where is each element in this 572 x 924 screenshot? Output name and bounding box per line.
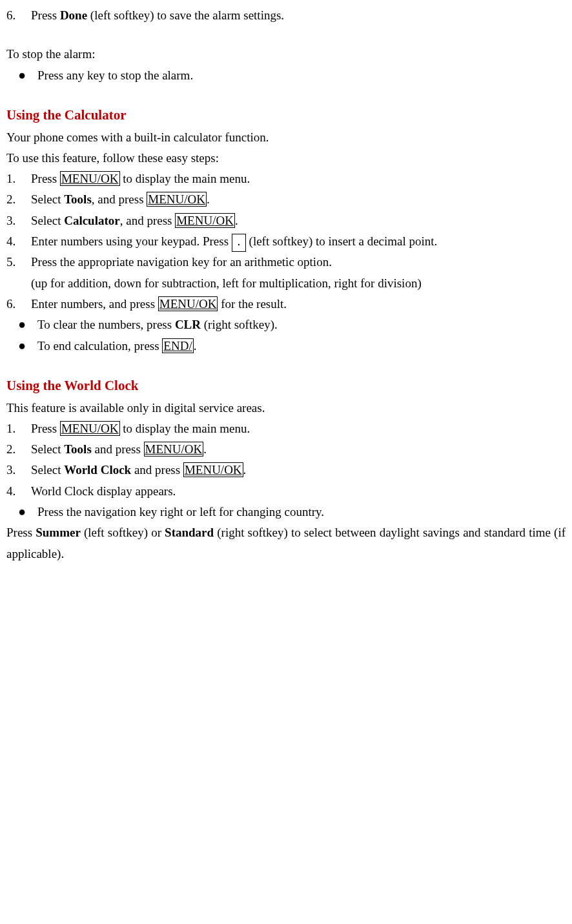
text: (left softkey) to insert a decimal point… (249, 234, 438, 248)
text: . (235, 214, 238, 227)
stop-alarm-intro: To stop the alarm: (6, 44, 566, 65)
world-intro: This feature is available only in digita… (6, 398, 566, 418)
menu-ok-key: MENU/OK (60, 421, 120, 436)
step-number: 2. (6, 439, 31, 460)
calculator-label: Calculator (64, 214, 120, 227)
heading-world-clock: Using the World Clock (6, 375, 566, 398)
end-key: END/ (162, 338, 193, 353)
world-step-1: 1. Press MENU/OK to display the main men… (6, 418, 566, 439)
menu-ok-key: MENU/OK (144, 442, 204, 457)
bullet-text: To end calculation, press END/. (37, 336, 566, 356)
text: and press (92, 442, 144, 456)
text: Enter numbers using your keypad. Press (31, 234, 232, 248)
text: (left softkey) or (81, 526, 165, 539)
step-body: World Clock display appears. (31, 481, 566, 502)
clr-label: CLR (175, 318, 201, 331)
step-number: 4. (6, 481, 31, 502)
menu-ok-key: MENU/OK (158, 296, 218, 311)
world-step-4: 4. World Clock display appears. (6, 481, 566, 502)
dot-key: . (232, 234, 246, 252)
heading-calculator: Using the Calculator (6, 104, 566, 127)
calc-step-6: 6. Enter numbers, and press MENU/OK for … (6, 294, 566, 314)
bullet-text: Press the navigation key right or left f… (37, 502, 566, 522)
world-bullet-nav: ● Press the navigation key right or left… (6, 502, 566, 522)
calc-intro-2: To use this feature, follow these easy s… (6, 148, 566, 169)
step-6: 6. Press Done (left softkey) to save the… (6, 5, 566, 26)
tools-label: Tools (64, 442, 92, 456)
step-number: 2. (6, 189, 31, 210)
text: . (203, 442, 207, 456)
text: for the result. (218, 297, 287, 311)
text: Press (31, 422, 60, 435)
menu-ok-key: MENU/OK (183, 462, 243, 477)
text: . (194, 339, 197, 353)
step-body: Press MENU/OK to display the main menu. (31, 169, 566, 189)
tools-label: Tools (64, 192, 92, 206)
bullet-icon: ● (6, 314, 37, 335)
calc-step-3: 3. Select Calculator, and press MENU/OK. (6, 210, 566, 231)
calc-step-1: 1. Press MENU/OK to display the main men… (6, 169, 566, 189)
step-body: Select World Clock and press MENU/OK. (31, 460, 566, 480)
calc-bullet-end: ● To end calculation, press END/. (6, 336, 566, 356)
text: Press (31, 8, 60, 22)
step-body: Select Tools, and press MENU/OK. (31, 189, 566, 210)
text: Enter numbers, and press (31, 297, 158, 311)
text: and press (131, 463, 183, 477)
calc-step-2: 2. Select Tools, and press MENU/OK. (6, 189, 566, 210)
text: Select (31, 192, 64, 206)
step-body: Select Tools and press MENU/OK. (31, 439, 566, 460)
step-number: 4. (6, 231, 31, 252)
step-number: 1. (6, 418, 31, 439)
step-body: Press MENU/OK to display the main menu. (31, 418, 566, 439)
text: To end calculation, press (37, 339, 162, 353)
text: to display the main menu. (120, 172, 250, 185)
done-label: Done (60, 8, 87, 22)
text: . (207, 192, 210, 206)
text: Press (31, 172, 60, 185)
text: Select (31, 463, 64, 477)
bullet-icon: ● (6, 65, 37, 86)
bullet-text: Press any key to stop the alarm. (37, 65, 566, 86)
step-number: 6. (6, 5, 31, 26)
summer-label: Summer (36, 526, 81, 539)
step-body: Press Done (left softkey) to save the al… (31, 5, 566, 26)
bullet-text: To clear the numbers, press CLR (right s… (37, 314, 566, 335)
menu-ok-key: MENU/OK (60, 171, 120, 186)
calc-step-5-note: (up for addition, down for subtraction, … (6, 273, 566, 294)
world-step-3: 3. Select World Clock and press MENU/OK. (6, 460, 566, 480)
calc-step-4: 4. Enter numbers using your keypad. Pres… (6, 231, 566, 252)
world-clock-label: World Clock (64, 463, 131, 477)
text: Press (6, 526, 36, 539)
calc-bullet-clear: ● To clear the numbers, press CLR (right… (6, 314, 566, 335)
step-number: 3. (6, 210, 31, 231)
text: , and press (120, 214, 175, 227)
world-final-paragraph: Press Summer (left softkey) or Standard … (6, 522, 566, 564)
bullet-icon: ● (6, 502, 37, 522)
calc-step-5: 5. Press the appropriate navigation key … (6, 252, 566, 272)
menu-ok-key: MENU/OK (147, 192, 207, 207)
step-body: Enter numbers using your keypad. Press .… (31, 231, 566, 252)
step-number: 6. (6, 294, 31, 314)
bullet-icon: ● (6, 336, 37, 356)
text: (right softkey). (201, 318, 278, 331)
step-body: Press the appropriate navigation key for… (31, 252, 566, 272)
step-number: 3. (6, 460, 31, 480)
text: to display the main menu. (120, 422, 250, 435)
text: Select (31, 442, 64, 456)
menu-ok-key: MENU/OK (175, 213, 235, 228)
bullet-stop-alarm: ● Press any key to stop the alarm. (6, 65, 566, 86)
step-number: 5. (6, 252, 31, 272)
calc-intro-1: Your phone comes with a built-in calcula… (6, 127, 566, 148)
text: To clear the numbers, press (37, 318, 175, 331)
step-body: Enter numbers, and press MENU/OK for the… (31, 294, 566, 314)
text: Select (31, 214, 64, 227)
step-body: Select Calculator, and press MENU/OK. (31, 210, 566, 231)
standard-label: Standard (165, 526, 214, 539)
text: . (243, 463, 247, 477)
world-step-2: 2. Select Tools and press MENU/OK. (6, 439, 566, 460)
step-number: 1. (6, 169, 31, 189)
text: , and press (92, 192, 147, 206)
text: (left softkey) to save the alarm setting… (87, 8, 284, 22)
